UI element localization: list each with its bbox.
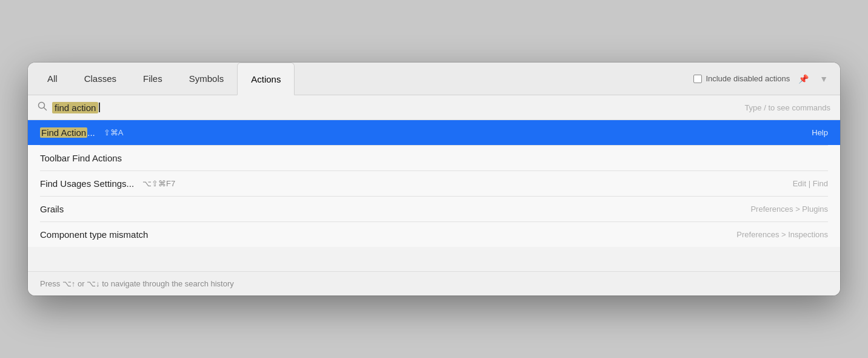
search-hint: Type / to see commands (744, 103, 830, 112)
cursor (99, 103, 100, 112)
result-item-find-action[interactable]: Find Action... ⇧⌘A Help (28, 120, 840, 145)
tab-symbols[interactable]: Symbols (176, 62, 238, 95)
tab-classes[interactable]: Classes (71, 62, 130, 95)
result-item-component-type-mismatch[interactable]: Component type mismatch Preferences > In… (28, 222, 840, 247)
result-item-toolbar-find-actions[interactable]: Toolbar Find Actions (28, 146, 840, 171)
tab-files[interactable]: Files (130, 62, 176, 95)
tab-options: Include disabled actions 📌 ▼ (693, 62, 840, 95)
tab-actions[interactable]: Actions (237, 62, 295, 95)
tab-spacer (295, 62, 693, 95)
search-input-area[interactable]: find action (52, 102, 739, 113)
include-disabled-checkbox[interactable] (693, 75, 702, 83)
find-action-dialog: All Classes Files Symbols Actions Includ… (28, 62, 840, 296)
tab-all[interactable]: All (34, 62, 71, 95)
result-item-grails[interactable]: Grails Preferences > Plugins (28, 197, 840, 221)
result-item-find-usages-settings[interactable]: Find Usages Settings... ⌥⇧⌘F7 Edit | Fin… (28, 171, 840, 196)
filter-icon[interactable]: ▼ (817, 72, 830, 86)
tab-bar: All Classes Files Symbols Actions Includ… (28, 62, 840, 95)
footer: Press ⌥↑ or ⌥↓ to navigate through the s… (28, 271, 840, 296)
pin-icon[interactable]: 📌 (796, 72, 811, 86)
include-disabled-label[interactable]: Include disabled actions (693, 74, 790, 83)
search-icon (38, 101, 47, 113)
results-list: Find Action... ⇧⌘A Help Toolbar Find Act… (28, 120, 840, 247)
svg-line-1 (44, 108, 47, 110)
search-input-value: find action (52, 102, 98, 113)
search-bar: find action Type / to see commands (28, 95, 840, 120)
